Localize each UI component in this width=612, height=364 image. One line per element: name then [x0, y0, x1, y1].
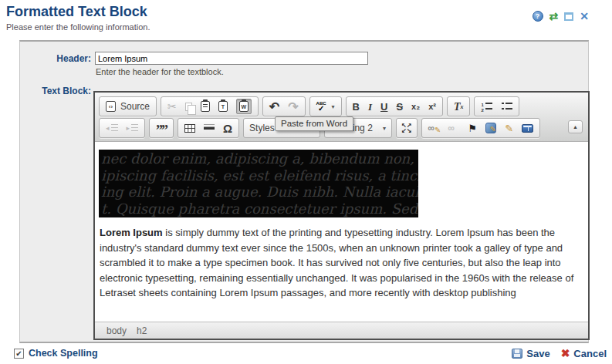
- element-path-body[interactable]: body: [107, 325, 127, 336]
- save-label: Save: [526, 348, 549, 359]
- remove-format-button[interactable]: Tx: [447, 96, 471, 116]
- image-text-line: t. Quisque pharetra consectetuer ipsum. …: [101, 201, 418, 217]
- selected-image-block[interactable]: nec dolor enim, adipiscing a, bibendum n…: [99, 150, 418, 217]
- book-icon[interactable]: [522, 124, 533, 133]
- cancel-label: Cancel: [573, 348, 607, 359]
- redo-icon[interactable]: ↷: [288, 102, 298, 112]
- checkmark-icon: ✔: [15, 349, 22, 358]
- maximize-editor-button[interactable]: ↖↗ ↙↘: [396, 118, 417, 138]
- edit-block-icon[interactable]: ✎: [485, 123, 496, 133]
- save-icon: [512, 349, 522, 359]
- refresh-icon[interactable]: ⇄: [549, 11, 559, 22]
- element-path-bar: body h2: [95, 322, 588, 339]
- check-spelling-row: ✔ Check Spelling: [14, 348, 98, 359]
- subscript-button[interactable]: x₂: [411, 102, 420, 112]
- rich-text-editor: ‹› Source ✂ T W ↶ ↷: [93, 91, 590, 340]
- help-icon[interactable]: ?: [533, 11, 543, 22]
- maximize-window-icon[interactable]: [564, 12, 573, 21]
- remove-format-icon: Tx: [454, 102, 464, 112]
- page-title: Formatted Text Block: [6, 4, 147, 20]
- paste-from-word-icon[interactable]: W: [236, 99, 252, 114]
- header-label: Header:: [20, 53, 91, 64]
- paragraph-rest: is simply dummy text of the printing and…: [100, 227, 573, 298]
- undo-icon[interactable]: ↶: [269, 102, 279, 112]
- pencil-icon[interactable]: ✎: [505, 123, 513, 133]
- image-text-line: nec dolor enim, adipiscing a, bibendum n…: [101, 150, 418, 167]
- blockquote-icon: ””: [156, 126, 167, 134]
- image-text-line: ipiscing facilisis, est est eleifend ris…: [101, 167, 418, 184]
- cancel-x-icon: ✖: [561, 349, 570, 359]
- page-subtitle: Please enter the following information.: [6, 22, 150, 32]
- cut-icon[interactable]: ✂: [167, 102, 177, 112]
- styles-dropdown-value: Styles: [249, 123, 275, 133]
- paste-icon[interactable]: [201, 101, 210, 112]
- strikethrough-button[interactable]: S: [396, 102, 403, 112]
- save-button[interactable]: Save: [512, 348, 549, 359]
- close-icon[interactable]: ✕: [580, 11, 589, 22]
- window-controls: ? ⇄ ✕: [533, 11, 589, 22]
- header-input[interactable]: [95, 52, 368, 65]
- underline-button[interactable]: U: [380, 102, 387, 112]
- toolbar-row-1: ‹› Source ✂ T W ↶ ↷: [99, 96, 584, 116]
- source-icon: ‹›: [106, 101, 116, 112]
- chevron-down-icon: ▾: [383, 125, 386, 132]
- element-path-h2[interactable]: h2: [137, 325, 147, 336]
- link-icon[interactable]: ∞ ✎: [428, 123, 440, 133]
- editor-content[interactable]: nec dolor enim, adipiscing a, bibendum n…: [95, 142, 588, 322]
- image-text-line: ing elit. Proin a augue. Duis nibh. Null…: [101, 184, 418, 201]
- collapse-icon: ▲: [573, 124, 578, 130]
- outdent-icon[interactable]: ◂: [106, 123, 118, 133]
- source-button[interactable]: ‹› Source: [99, 96, 157, 116]
- bold-button[interactable]: B: [353, 102, 360, 112]
- form-panel: Header: Enter the header for the textblo…: [19, 40, 589, 343]
- undo-redo-group: ↶ ↷: [262, 96, 306, 116]
- anchor-flag-icon[interactable]: ⚑: [468, 123, 478, 133]
- basic-styles-group: B I U S x₂ x²: [346, 96, 443, 116]
- clipboard-group: ✂ T W: [161, 96, 259, 116]
- editor-toolbar: ‹› Source ✂ T W ↶ ↷: [95, 93, 588, 142]
- insert-group: Ω: [178, 118, 239, 138]
- cancel-button[interactable]: ✖ Cancel: [561, 348, 607, 359]
- check-spelling-label: Check Spelling: [29, 348, 98, 359]
- numbered-list-icon[interactable]: [481, 102, 492, 111]
- blockquote-button[interactable]: ””: [149, 118, 174, 138]
- spellcheck-button[interactable]: ABC ✓ ▾: [309, 96, 342, 116]
- paste-as-text-icon[interactable]: T: [218, 101, 228, 112]
- superscript-button[interactable]: x²: [428, 102, 436, 112]
- header-hint: Enter the header for the textblock.: [96, 67, 224, 76]
- dialog: Formatted Text Block Please enter the fo…: [0, 0, 612, 364]
- bullet-list-icon[interactable]: [501, 102, 512, 111]
- lorem-paragraph: Lorem Ipsum is simply dummy text of the …: [100, 225, 582, 301]
- source-label: Source: [120, 101, 150, 112]
- maximize-icon: ↖↗ ↙↘: [401, 123, 411, 133]
- spellcheck-icon: ABC ✓: [316, 101, 326, 111]
- tooltip: Paste from Word: [275, 116, 353, 131]
- italic-button[interactable]: I: [368, 102, 372, 112]
- horizontal-rule-icon[interactable]: [204, 124, 215, 132]
- chevron-down-icon: ▾: [332, 103, 335, 110]
- check-spelling-checkbox[interactable]: ✔: [14, 349, 24, 359]
- copy-icon[interactable]: [185, 103, 192, 111]
- table-icon[interactable]: [184, 124, 195, 133]
- action-buttons: Save ✖ Cancel: [512, 348, 607, 359]
- indent-icon[interactable]: ▸: [127, 123, 139, 133]
- indent-group: ◂ ▸: [99, 118, 145, 138]
- collapse-toolbar-button[interactable]: ▲: [568, 120, 583, 133]
- unlink-icon[interactable]: ∞: [448, 123, 460, 133]
- list-group: [474, 96, 519, 116]
- link-group: ∞ ✎ ∞ ⚑ ✎ ✎: [421, 118, 541, 138]
- special-character-icon[interactable]: Ω: [223, 123, 232, 133]
- paragraph-lead: Lorem Ipsum: [100, 227, 163, 238]
- textblock-label: Text Block:: [20, 86, 91, 96]
